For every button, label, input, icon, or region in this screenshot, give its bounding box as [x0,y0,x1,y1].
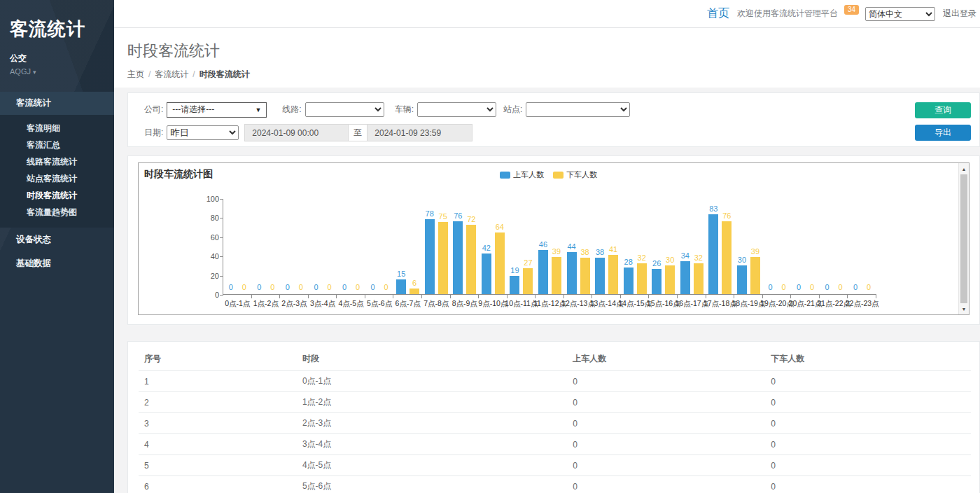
query-button[interactable]: 查询 [915,102,971,118]
app-window: 客流统计 公交 AQGJ▾ 客流统计 客流明细客流汇总线路客流统计站点客流统计时… [0,0,980,493]
chart-group: 1566点-7点 [393,199,422,294]
bar-value-label: 32 [694,254,703,262]
x-axis-tick-mark [648,294,649,298]
date-start-input[interactable] [245,125,348,141]
bar: 26 [652,269,662,294]
chart-group: 005点-6点 [365,199,394,294]
sidebar-menu-item[interactable]: 客流汇总 [0,137,114,153]
sidebar-menu-item[interactable]: 站点客流统计 [0,170,114,187]
language-select[interactable]: 简体中文 [865,7,935,21]
sidebar-root-items: 设备状态基础数据 [0,228,114,275]
bar-value-label: 32 [638,254,646,262]
table-row: 32点-3点00 [139,413,971,434]
home-link[interactable]: 首页 [707,6,729,21]
sidebar-menu-item[interactable]: 客流明细 [0,120,114,137]
sidebar-menu-item[interactable]: 客流量趋势图 [0,204,114,221]
org-code-dropdown[interactable]: AQGJ▾ [10,67,104,76]
date-end-input[interactable] [368,125,472,141]
bar-value-label: 15 [397,270,405,278]
chart-group: 443812点-13点 [564,199,593,294]
bar-value-label: 38 [596,249,604,256]
bar: 32 [637,263,647,294]
table-row: 10点-1点00 [139,371,971,392]
date-preset-select[interactable]: 昨日 [167,125,239,140]
breadcrumb-passenger-stats[interactable]: 客流统计 [155,69,188,79]
x-axis-category-label: 22点-23点 [846,299,879,309]
legend-swatch [500,172,510,179]
x-axis-tick-mark [365,294,365,298]
table-cell: 0 [567,413,765,434]
org-code-label: AQGJ [10,67,31,76]
sidebar-menu-item[interactable]: 时段客流统计 [0,187,114,204]
scroll-up-icon[interactable]: ▲ [959,164,969,174]
breadcrumb-separator: / [148,69,150,79]
y-axis-tick-label: 80 [195,214,219,222]
bar-value-label: 76 [454,212,462,220]
x-axis-tick-mark [393,294,393,298]
x-axis-category-label: 4点-5点 [338,299,363,309]
x-axis-tick-mark [790,294,791,298]
table-cell: 0 [567,476,765,493]
main-area: 首页 欢迎使用客流统计管理平台 34 简体中文 退出登录 时段客流统计 主页/客… [114,0,980,493]
company-select[interactable]: ---请选择--- ▼ [167,102,267,118]
export-button[interactable]: 导出 [915,125,971,141]
table-cell: 2点-3点 [297,413,567,434]
scrollbar-thumb[interactable] [960,174,967,303]
table-cell: 0 [765,371,971,392]
topbar: 首页 欢迎使用客流统计管理平台 34 简体中文 退出登录 [114,0,980,28]
x-axis-category-label: 1点-2点 [253,299,279,309]
bar: 30 [665,265,675,294]
range-separator: 至 [348,125,368,141]
chart-group: 192710点-11点 [507,199,536,294]
bar-value-label: 19 [510,267,519,275]
filter-panel: 公司: ---请选择--- ▼ 线路: 车辆: 站点: 日期: 昨日 [127,92,980,147]
sidebar-menu-item[interactable]: 设备状态 [0,228,114,251]
legend-item[interactable]: 下车人数 [553,169,597,180]
bar-value-label: 0 [270,284,274,291]
date-range-group: 至 [244,124,472,141]
scroll-down-icon[interactable]: ▼ [959,304,969,314]
col-header-index: 序号 [139,347,297,371]
y-axis-tick-label: 100 [195,195,219,203]
content: 公司: ---请选择--- ▼ 线路: 车辆: 站点: 日期: 昨日 [114,88,980,493]
chart-group: 837617点-18点 [706,199,735,294]
chart-group: 343216点-17点 [678,199,706,294]
x-axis-category-label: 5点-6点 [367,299,392,309]
sidebar-submenu: 客流明细客流汇总线路客流统计站点客流统计时段客流统计客流量趋势图 [0,115,114,228]
x-axis-tick-mark [592,294,592,298]
breadcrumb-home[interactable]: 主页 [127,69,144,79]
chart-groups: 000点-1点001点-2点002点-3点003点-4点004点-5点005点-… [223,199,876,294]
station-select[interactable] [526,102,630,117]
logout-link[interactable]: 退出登录 [943,8,976,20]
bar: 38 [595,258,605,294]
chart-group: 384113点-14点 [592,199,621,294]
x-axis-category-label: 2点-3点 [281,299,307,309]
bar: 32 [694,263,704,294]
bar: 39 [552,257,561,294]
bar-value-label: 0 [286,284,290,291]
line-label: 线路: [282,104,301,116]
x-axis-category-label: 8点-9点 [452,299,477,309]
line-select[interactable] [305,102,384,117]
x-axis-tick-mark [876,294,876,298]
bar-value-label: 0 [327,284,331,291]
x-axis-tick-mark [706,294,706,298]
legend-item[interactable]: 上车人数 [500,169,544,180]
sidebar-menu-item[interactable]: 线路客流统计 [0,153,114,170]
bar-value-label: 0 [867,284,871,291]
bar-value-label: 0 [781,284,785,291]
bar-value-label: 0 [257,284,261,291]
table-row: 21点-2点00 [139,392,971,413]
y-axis-tick-label: 40 [195,252,219,261]
station-label: 站点: [503,104,522,116]
x-axis-category-label: 6点-7点 [396,299,421,309]
vehicle-select[interactable] [417,102,496,117]
legend-label: 上车人数 [513,169,544,180]
bar: 41 [608,255,618,294]
chart-plot: 020406080100000点-1点001点-2点002点-3点003点-4点… [223,199,876,295]
sidebar-section-passenger-stats[interactable]: 客流统计 [0,92,114,115]
bar-value-label: 30 [666,256,674,264]
sidebar: 客流统计 公交 AQGJ▾ 客流统计 客流明细客流汇总线路客流统计站点客流统计时… [0,0,114,493]
sidebar-menu-item[interactable]: 基础数据 [0,251,114,275]
brand: 客流统计 公交 AQGJ▾ [0,0,114,76]
